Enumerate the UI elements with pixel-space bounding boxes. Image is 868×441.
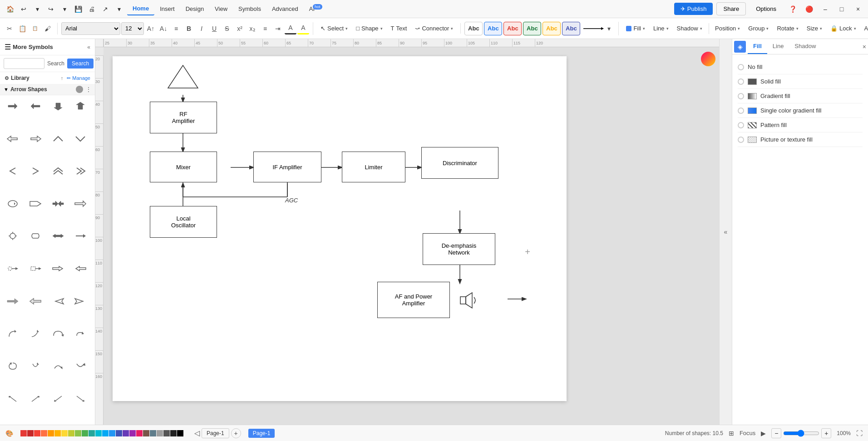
shape-dotted-sq[interactable] bbox=[25, 260, 45, 277]
shape-filter-input[interactable] bbox=[4, 58, 44, 69]
shape-right-arrow4[interactable] bbox=[48, 260, 68, 277]
connector-tool[interactable]: ⤻ Connector ▾ bbox=[411, 23, 457, 34]
local-oscillator-node[interactable]: LocalOscillator bbox=[150, 206, 217, 238]
color-swatch[interactable] bbox=[34, 430, 40, 436]
panel-close-btn[interactable]: × bbox=[863, 43, 866, 50]
user-avatar[interactable] bbox=[701, 52, 715, 66]
shape-nw-arrow[interactable] bbox=[3, 390, 23, 407]
shape-right-thin-arrow[interactable] bbox=[70, 228, 90, 244]
pattern-fill-radio[interactable] bbox=[738, 122, 744, 128]
shape-curved-right2[interactable] bbox=[70, 325, 90, 342]
close-btn[interactable]: × bbox=[852, 3, 864, 15]
undo-dropdown[interactable]: ▾ bbox=[31, 3, 44, 15]
options-button[interactable]: Options bbox=[750, 3, 783, 15]
color-swatch[interactable] bbox=[89, 430, 95, 436]
shape-pentagon-arrow[interactable] bbox=[25, 196, 45, 212]
italic-btn[interactable]: I bbox=[196, 23, 207, 34]
section-menu-icon[interactable]: ⋮ bbox=[86, 86, 91, 93]
shape-dotted-circle[interactable] bbox=[3, 260, 23, 277]
nav-insert[interactable]: Insert bbox=[154, 3, 180, 15]
shape-dbl-chevron-up[interactable] bbox=[48, 163, 68, 179]
share-button[interactable]: Share bbox=[716, 2, 746, 15]
indent-btn[interactable]: ⇥ bbox=[272, 23, 284, 34]
publish-button[interactable]: ✈ Publish bbox=[674, 3, 713, 15]
superscript-btn[interactable]: x² bbox=[234, 23, 246, 34]
share-export-btn[interactable]: ↗ bbox=[99, 3, 112, 15]
zoom-out-btn[interactable]: − bbox=[771, 428, 781, 438]
rotate-btn[interactable]: Rotate ▾ bbox=[773, 23, 802, 34]
minimize-btn[interactable]: – bbox=[819, 3, 832, 15]
home-icon[interactable]: 🏠 bbox=[4, 3, 16, 15]
search-button[interactable]: Search bbox=[67, 59, 94, 69]
panel-collapse-btn[interactable]: « bbox=[719, 39, 732, 425]
color-swatch[interactable] bbox=[27, 430, 34, 436]
print-btn[interactable]: 🖨 bbox=[85, 3, 98, 15]
gradient-fill-radio[interactable] bbox=[738, 93, 744, 99]
font-color-btn[interactable]: A bbox=[285, 23, 296, 34]
limiter-node[interactable]: Limiter bbox=[342, 152, 405, 182]
text-tool[interactable]: T Text bbox=[387, 23, 411, 34]
focus-btn[interactable]: Focus bbox=[740, 430, 755, 436]
shape-left-arrow2[interactable] bbox=[3, 131, 23, 147]
font-increase-btn[interactable]: A↑ bbox=[145, 23, 157, 34]
rf-amplifier-node[interactable]: RFAmplifier bbox=[150, 102, 217, 133]
shape-left-arrow3[interactable] bbox=[70, 260, 90, 277]
style-btn-3[interactable]: Abc bbox=[503, 22, 522, 35]
shape-multi-arrow[interactable] bbox=[48, 196, 68, 212]
maximize-btn[interactable]: □ bbox=[835, 3, 848, 15]
single-grad-radio[interactable] bbox=[738, 108, 744, 114]
list-btn[interactable]: ≡ bbox=[259, 23, 271, 34]
style-btn-6[interactable]: Abc bbox=[562, 22, 580, 35]
color-swatch[interactable] bbox=[136, 430, 143, 436]
canvas[interactable]: RFAmplifier Mixer LocalOscillator IF Amp… bbox=[113, 56, 567, 401]
shape-right-curve2[interactable] bbox=[48, 358, 68, 374]
shape-up-arrow[interactable] bbox=[70, 98, 90, 114]
bold-btn[interactable]: B bbox=[183, 23, 195, 34]
shape-down-curved[interactable] bbox=[25, 358, 45, 374]
shape-sw-arrow[interactable] bbox=[48, 390, 68, 407]
shape-ne-arrow[interactable] bbox=[25, 390, 45, 407]
help-btn[interactable]: ❓ bbox=[786, 3, 799, 15]
more-btn[interactable]: ▾ bbox=[113, 3, 125, 15]
shape-left-angled[interactable] bbox=[48, 293, 68, 309]
zoom-slider[interactable] bbox=[783, 430, 819, 437]
shape-dbl-arrow-h[interactable] bbox=[48, 228, 68, 244]
style-btn-4[interactable]: Abc bbox=[523, 22, 541, 35]
solid-fill-option[interactable]: Solid fill bbox=[738, 74, 863, 89]
shape-curved-arrow[interactable] bbox=[25, 228, 45, 244]
shape-curved-up[interactable] bbox=[25, 325, 45, 342]
shape-se-arrow[interactable] bbox=[70, 390, 90, 407]
shape-down-chevron[interactable] bbox=[70, 131, 90, 147]
pattern-fill-option[interactable]: Pattern fill bbox=[738, 118, 863, 132]
fullscreen-btn[interactable]: ⛶ bbox=[856, 430, 863, 437]
color-swatch[interactable] bbox=[75, 430, 81, 436]
discriminator-node[interactable]: Discriminator bbox=[421, 147, 498, 179]
color-swatch[interactable] bbox=[177, 430, 183, 436]
nav-design[interactable]: Design bbox=[180, 3, 209, 15]
strikethrough-btn[interactable]: S bbox=[221, 23, 233, 34]
shape-up-chevron[interactable] bbox=[48, 131, 68, 147]
style-btn-5[interactable]: Abc bbox=[542, 22, 561, 35]
align-btn[interactable]: ≡ bbox=[170, 23, 182, 34]
manage-link[interactable]: ✏ Manage bbox=[67, 75, 90, 81]
nav-advanced[interactable]: Advanced bbox=[266, 3, 304, 15]
shape-left-chevron[interactable] bbox=[3, 163, 23, 179]
shape-up-curve2[interactable] bbox=[70, 358, 90, 374]
picture-texture-radio[interactable] bbox=[738, 137, 744, 143]
color-swatch[interactable] bbox=[20, 430, 27, 436]
color-swatch[interactable] bbox=[82, 430, 88, 436]
shape-curved-arc[interactable] bbox=[48, 325, 68, 342]
nav-home[interactable]: Home bbox=[127, 2, 154, 15]
shape-left-arrow[interactable] bbox=[25, 98, 45, 114]
shape-curved-right[interactable] bbox=[3, 325, 23, 342]
fill-tab[interactable]: Fill bbox=[748, 39, 767, 54]
nav-ai[interactable]: AIhot bbox=[304, 3, 330, 15]
redo-btn[interactable]: ↪ bbox=[44, 3, 57, 15]
shape-right-solid[interactable] bbox=[3, 293, 23, 309]
nav-symbols[interactable]: Symbols bbox=[233, 3, 266, 15]
font-family-select[interactable]: Arial bbox=[61, 22, 120, 35]
redo-dropdown[interactable]: ▾ bbox=[58, 3, 71, 15]
highlight-btn[interactable]: A bbox=[297, 23, 309, 34]
color-swatch[interactable] bbox=[129, 430, 136, 436]
shape-right-arrow3[interactable] bbox=[70, 196, 90, 212]
